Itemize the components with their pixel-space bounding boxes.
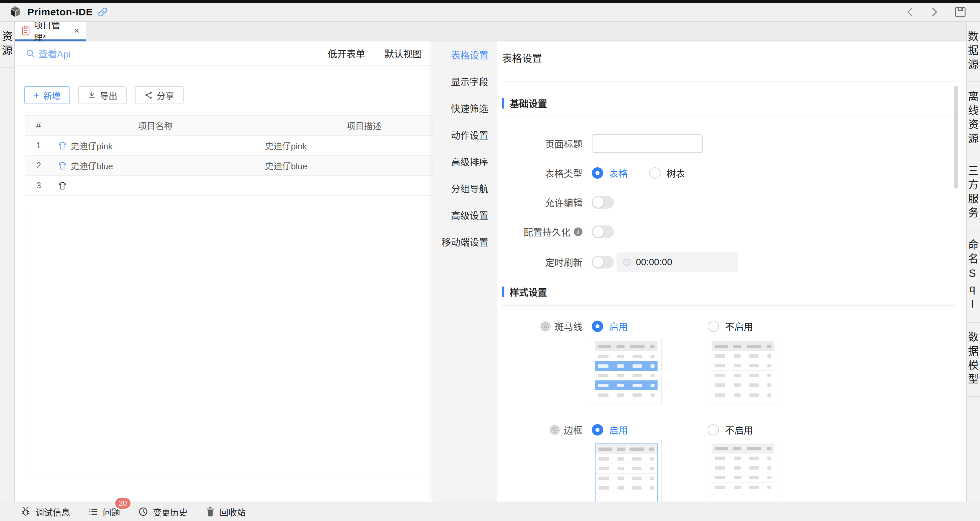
- share-button[interactable]: 分享: [135, 86, 184, 104]
- left-sidebar: 资源: [0, 22, 15, 502]
- table-row[interactable]: 3: [25, 176, 433, 196]
- project-desc: 史迪仔blue: [259, 156, 433, 176]
- default-view-button[interactable]: 默认视图: [385, 47, 422, 60]
- view-api-label: 查看Api: [38, 47, 70, 60]
- divider: [502, 116, 955, 117]
- row-index: 2: [25, 156, 52, 176]
- project-desc: [259, 176, 433, 196]
- allow-edit-row: 允许编辑: [502, 196, 966, 209]
- sidebar-item-offline-resources[interactable]: 离线资源: [967, 82, 980, 156]
- refresh-toggle[interactable]: [592, 256, 614, 269]
- window-top-strip: [0, 0, 980, 3]
- tshirt-icon: [58, 141, 67, 150]
- border-enabled-preview[interactable]: [591, 440, 662, 502]
- border-previews: [591, 440, 966, 502]
- style-settings-header: 样式设置: [502, 285, 966, 299]
- basic-settings-header: 基础设置: [502, 97, 966, 110]
- table-type-label: 表格类型: [502, 166, 582, 180]
- menu-item-advanced-sort[interactable]: 高级排序: [433, 148, 497, 175]
- sidebar-item-resources[interactable]: 资源: [0, 22, 14, 68]
- tshirt-icon: [58, 182, 67, 190]
- page-title-input[interactable]: [592, 134, 703, 153]
- refresh-row: 定时刷新 00:00:00: [502, 252, 966, 272]
- add-button[interactable]: + 新增: [24, 86, 70, 104]
- section-accent-bar: [502, 287, 504, 297]
- allow-edit-toggle[interactable]: [592, 196, 614, 209]
- table-actions: + 新增 导出 分享: [24, 86, 433, 104]
- refresh-time-input[interactable]: 00:00:00: [617, 252, 738, 272]
- divider: [502, 81, 955, 82]
- radio-table[interactable]: 表格: [592, 166, 628, 180]
- chevron-left-icon[interactable]: [906, 7, 915, 17]
- tab-project-management[interactable]: 项目管理* ×: [15, 22, 86, 41]
- tabbar: 项目管理* ×: [15, 22, 966, 41]
- link-icon[interactable]: [97, 7, 108, 18]
- menu-item-advanced-settings[interactable]: 高级设置: [433, 202, 497, 228]
- radio-on-icon: [592, 424, 603, 435]
- refresh-label: 定时刷新: [502, 255, 582, 269]
- table-settings-panel: 表格设置 显示字段 快速筛选 动作设置 高级排序 分组导航 高级设置 移动端设置…: [433, 41, 966, 502]
- menu-item-table-settings[interactable]: 表格设置: [433, 41, 497, 68]
- panel-scrollbar[interactable]: [954, 86, 958, 189]
- persist-row: 配置持久化 i: [502, 225, 966, 239]
- allow-edit-label: 允许编辑: [502, 196, 582, 209]
- col-header-name[interactable]: 项目名称: [52, 116, 259, 135]
- download-icon: [88, 91, 96, 100]
- gear-icon[interactable]: [540, 320, 551, 332]
- border-label: 边框: [564, 423, 582, 437]
- main-content: 查看Api 低开表单 默认视图 + 新增 导出: [15, 41, 433, 502]
- page-title-label: 页面标题: [502, 137, 582, 150]
- border-enable-radio[interactable]: 启用: [592, 423, 708, 437]
- border-disabled-preview[interactable]: [708, 440, 778, 502]
- low-code-form-button[interactable]: 低开表单: [328, 47, 365, 60]
- sidebar-item-data-source[interactable]: 数据源: [967, 22, 980, 82]
- table-row[interactable]: 2 史迪仔blue 史迪仔blue: [25, 156, 433, 176]
- col-header-desc[interactable]: 项目描述: [259, 116, 433, 135]
- settings-menu: 表格设置 显示字段 快速筛选 动作设置 高级排序 分组导航 高级设置 移动端设置: [433, 41, 497, 502]
- radio-tree-table[interactable]: 树表: [649, 166, 685, 180]
- export-button[interactable]: 导出: [78, 86, 127, 104]
- radio-on-icon: [592, 320, 603, 332]
- project-desc: 史迪仔pink: [259, 135, 433, 156]
- trash-icon: [205, 507, 215, 517]
- clock-icon: [622, 258, 631, 266]
- radio-off-icon: [708, 320, 719, 332]
- problems-button[interactable]: 问题 20: [88, 506, 120, 518]
- panel-title: 表格设置: [502, 50, 966, 65]
- zebra-label: 斑马线: [554, 320, 582, 333]
- app-title: Primeton-IDE: [27, 6, 93, 18]
- menu-item-action-settings[interactable]: 动作设置: [433, 121, 497, 148]
- sidebar-item-data-model[interactable]: 数据模型: [967, 323, 980, 397]
- info-icon[interactable]: i: [574, 228, 582, 236]
- gear-icon[interactable]: [549, 424, 560, 435]
- col-header-index[interactable]: #: [25, 116, 52, 135]
- border-disable-radio[interactable]: 不启用: [708, 423, 753, 437]
- close-icon[interactable]: ×: [74, 26, 80, 35]
- zebra-disable-radio[interactable]: 不启用: [708, 320, 753, 333]
- change-history-button[interactable]: 变更历史: [138, 506, 188, 518]
- table-empty-area: [25, 210, 433, 479]
- chevron-right-icon[interactable]: [930, 7, 939, 17]
- zebra-enable-radio[interactable]: 启用: [592, 320, 708, 333]
- plus-icon: +: [33, 90, 40, 100]
- toolbar-right: 低开表单 默认视图: [328, 47, 422, 60]
- table-row[interactable]: 1 史迪仔pink 史迪仔pink: [25, 135, 433, 156]
- save-icon[interactable]: [954, 6, 967, 18]
- zebra-enabled-preview[interactable]: [591, 338, 662, 405]
- divider: [502, 305, 955, 306]
- view-api-link[interactable]: 查看Api: [26, 47, 70, 60]
- menu-item-display-fields[interactable]: 显示字段: [433, 68, 497, 95]
- debug-info-button[interactable]: 调试信息: [21, 506, 70, 518]
- menu-item-mobile-settings[interactable]: 移动端设置: [433, 228, 497, 255]
- persist-label: 配置持久化: [524, 225, 570, 239]
- recycle-bin-button[interactable]: 回收站: [205, 506, 246, 518]
- zebra-disabled-preview[interactable]: [708, 338, 778, 405]
- settings-body: 表格设置 基础设置 页面标题 表格类型 表格 树表: [497, 41, 966, 502]
- menu-item-group-nav[interactable]: 分组导航: [433, 175, 497, 202]
- page-title-row: 页面标题: [502, 134, 966, 153]
- persist-toggle[interactable]: [592, 225, 614, 238]
- menu-item-quick-filter[interactable]: 快速筛选: [433, 95, 497, 121]
- sidebar-item-named-sql[interactable]: 命名Sql: [967, 231, 980, 323]
- border-row: 边框 启用 不启用: [502, 423, 966, 437]
- sidebar-item-third-party-services[interactable]: 三方服务: [967, 156, 980, 231]
